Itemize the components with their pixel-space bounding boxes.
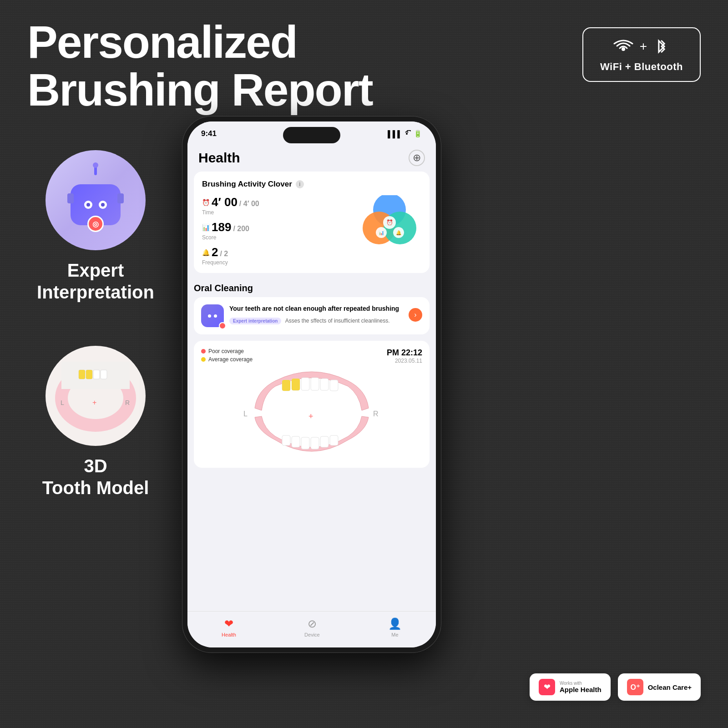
expert-tag: Expert interpretation bbox=[229, 318, 281, 324]
stats-list: ⏰ 4′ 00 / 4′ 00 Time 📊 bbox=[202, 195, 260, 266]
svg-rect-4 bbox=[93, 370, 100, 379]
coverage-legend: Poor coverage Average coverage bbox=[201, 348, 253, 363]
svg-rect-30 bbox=[292, 436, 300, 447]
svg-rect-26 bbox=[330, 380, 338, 391]
tab-health[interactable]: ❤ Health bbox=[222, 617, 236, 637]
svg-text:⏰: ⏰ bbox=[386, 219, 393, 226]
oral-arrow-button[interactable]: › bbox=[409, 308, 422, 322]
brushing-activity-card: Brushing Activity Clover i ⏰ 4′ 00 / 4′ … bbox=[194, 172, 430, 273]
svg-point-11 bbox=[406, 133, 408, 135]
info-icon: i bbox=[296, 180, 304, 188]
connectivity-badge: + WiFi + Bluetooth bbox=[582, 27, 701, 82]
robot-icon: ◎ bbox=[61, 166, 130, 234]
svg-rect-29 bbox=[282, 435, 290, 445]
time-stat: ⏰ 4′ 00 / 4′ 00 Time bbox=[202, 195, 260, 216]
svg-rect-24 bbox=[311, 378, 319, 390]
phone-mockup: 9:41 ▐▐▐ 🔋 bbox=[182, 116, 441, 653]
oral-robot-icon bbox=[201, 304, 224, 327]
freq-stat: 🔔 2 / 2 Frequency bbox=[202, 245, 260, 266]
clover-diagram: ⏰ 📊 🔔 bbox=[358, 195, 421, 250]
tab-me[interactable]: 👤 Me bbox=[388, 617, 402, 637]
svg-text:📊: 📊 bbox=[379, 230, 384, 236]
health-header: Health ⊕ bbox=[187, 146, 436, 172]
add-button[interactable]: ⊕ bbox=[409, 150, 425, 166]
bottom-badges: ❤ Works with Apple Health O⁺ Oclean Care… bbox=[530, 673, 701, 701]
svg-rect-25 bbox=[320, 379, 329, 390]
status-icons: ▐▐▐ 🔋 bbox=[385, 130, 422, 138]
connectivity-icons: + bbox=[613, 36, 670, 56]
svg-rect-34 bbox=[330, 435, 338, 445]
svg-rect-32 bbox=[311, 437, 319, 449]
status-time: 9:41 bbox=[201, 129, 217, 138]
main-title: Personalized Brushing Report bbox=[27, 18, 373, 114]
tab-bar: ❤ Health ⊘ Device 👤 Me bbox=[187, 611, 436, 647]
svg-rect-27 bbox=[282, 380, 290, 391]
svg-text:L: L bbox=[61, 399, 64, 406]
tooth-coverage-card: Poor coverage Average coverage PM 22:12 … bbox=[194, 341, 430, 468]
svg-rect-6 bbox=[79, 370, 85, 379]
connectivity-label: WiFi + Bluetooth bbox=[600, 61, 683, 73]
svg-text:R: R bbox=[125, 399, 130, 406]
brushing-card-title: Brushing Activity Clover bbox=[202, 180, 292, 189]
status-bar: 9:41 ▐▐▐ 🔋 bbox=[187, 121, 436, 146]
tooth-model-circle: L R + bbox=[46, 346, 146, 446]
svg-rect-7 bbox=[86, 370, 92, 379]
apple-health-badge: ❤ Works with Apple Health bbox=[530, 673, 611, 701]
oclean-badge: O⁺ Oclean Care+ bbox=[618, 673, 701, 701]
expert-label: ExpertInterpretation bbox=[32, 259, 159, 303]
oral-main-text: Your teeth are not clean enough after re… bbox=[229, 304, 403, 313]
svg-text:L: L bbox=[243, 410, 248, 418]
expert-circle: ◎ bbox=[46, 150, 146, 250]
app-content: Health ⊕ Brushing Activity Clover i ⏰ bbox=[187, 146, 436, 611]
score-stat: 📊 189 / 200 Score bbox=[202, 220, 260, 241]
svg-text:+: + bbox=[92, 399, 96, 406]
svg-text:+: + bbox=[308, 412, 313, 421]
oral-cleaning-card: Your teeth are not clean enough after re… bbox=[194, 297, 430, 334]
oral-sub-text: Asses the sffects of insufficient cleanl… bbox=[285, 318, 390, 324]
svg-rect-5 bbox=[101, 370, 107, 379]
oral-cleaning-title: Oral Cleaning bbox=[187, 279, 436, 297]
svg-text:R: R bbox=[373, 410, 379, 418]
svg-rect-33 bbox=[320, 436, 329, 447]
svg-rect-28 bbox=[292, 379, 300, 390]
tooth-model-visual: L R + bbox=[201, 369, 422, 460]
dynamic-island bbox=[283, 127, 340, 143]
health-title: Health bbox=[198, 150, 240, 166]
tooth-label: 3DTooth Model bbox=[32, 455, 159, 499]
svg-rect-23 bbox=[301, 378, 309, 390]
time-info: PM 22:12 2023.05.11 bbox=[387, 348, 422, 364]
svg-text:🔔: 🔔 bbox=[396, 230, 402, 236]
tab-device[interactable]: ⊘ Device bbox=[304, 617, 320, 637]
svg-rect-31 bbox=[301, 437, 309, 449]
oral-text: Your teeth are not clean enough after re… bbox=[229, 304, 403, 326]
